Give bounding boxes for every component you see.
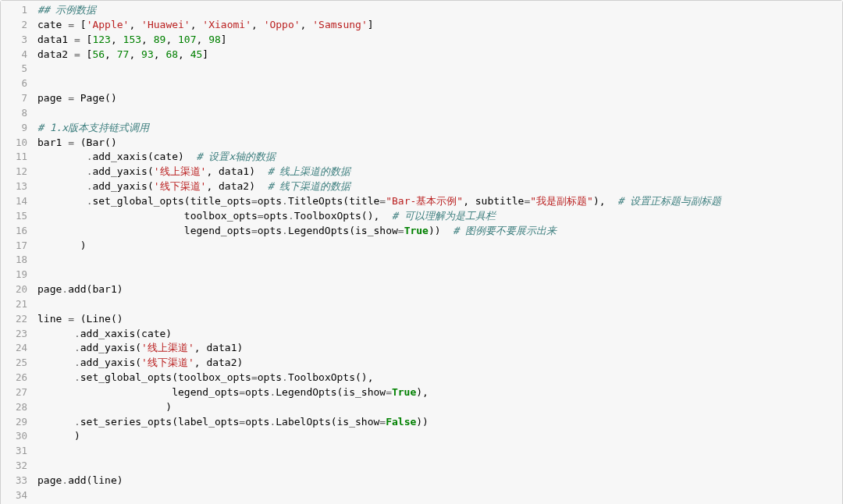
code-line: 20page.add(bar1) <box>1 282 842 297</box>
code-content: .add_yaxis('线下渠道', data2) <box>34 356 243 371</box>
line-number: 31 <box>1 444 34 458</box>
code-token: LabelOpts(is_show <box>276 416 379 428</box>
code-body: 1## 示例数据2cate = ['Apple', 'Huawei', 'Xia… <box>1 1 842 504</box>
code-token: LegendOpts(is_show <box>276 386 386 398</box>
line-number: 3 <box>1 33 34 47</box>
code-content: .add_xaxis(cate) <box>34 327 172 342</box>
code-line: 23 .add_xaxis(cate) <box>1 327 842 342</box>
code-content: ) <box>34 429 80 444</box>
code-token: ) <box>37 401 172 413</box>
code-token: = <box>251 195 258 207</box>
code-token: 98 <box>208 34 221 45</box>
code-token: # 1.x版本支持链式调用 <box>37 122 149 133</box>
line-number: 17 <box>1 239 34 253</box>
code-content <box>34 459 44 474</box>
line-number: 29 <box>1 415 34 429</box>
code-token: data2 <box>37 48 74 60</box>
code-token: . <box>74 371 80 383</box>
code-line: 10bar1 = (Bar() <box>1 136 842 151</box>
line-number: 23 <box>1 327 34 341</box>
code-line: 27 legend_opts=opts.LegendOpts(is_show=T… <box>1 385 842 400</box>
code-line: 25 .add_yaxis('线下渠道', data2) <box>1 356 842 371</box>
line-number: 27 <box>1 385 34 399</box>
code-token: add_yaxis( <box>80 342 141 353</box>
line-number: 26 <box>1 371 34 385</box>
code-content: .add_xaxis(cate) # 设置x轴的数据 <box>34 150 276 165</box>
code-token: 'Oppo' <box>264 19 301 30</box>
code-line: 28 ) <box>1 400 842 415</box>
code-token: = <box>386 386 392 398</box>
code-token: add_yaxis( <box>80 357 141 368</box>
code-line: 4data2 = [56, 77, 93, 68, 45] <box>1 48 842 62</box>
code-line: 30 ) <box>1 429 842 444</box>
code-token: , <box>190 19 203 30</box>
code-token: = <box>74 48 80 60</box>
code-token: , data2) <box>206 180 267 192</box>
code-line: 1## 示例数据 <box>1 3 842 18</box>
code-token: cate <box>37 19 68 30</box>
code-token: ) <box>37 430 80 442</box>
code-token: add(bar1) <box>68 283 123 295</box>
code-token <box>37 165 87 177</box>
code-token: # 设置x轴的数据 <box>197 151 276 162</box>
code-content: # 1.x版本支持链式调用 <box>34 121 149 136</box>
code-token: opts <box>258 371 282 383</box>
code-token: toolbox_opts <box>37 210 258 222</box>
code-line: 2cate = ['Apple', 'Huawei', 'Xiaomi', 'O… <box>1 18 842 33</box>
code-content <box>34 62 44 76</box>
code-token: . <box>74 342 80 353</box>
code-line: 6 <box>1 76 842 91</box>
code-content: .add_yaxis('线上渠道', data1) <box>34 341 243 356</box>
code-content: toolbox_opts=opts.ToolboxOpts(), # 可以理解为… <box>34 209 496 224</box>
code-token: = <box>258 210 264 222</box>
code-token: opts <box>264 210 288 222</box>
code-token: , data2) <box>194 357 244 368</box>
line-number: 30 <box>1 429 34 443</box>
code-content: page.add(line) <box>34 474 123 488</box>
code-token: , <box>178 48 190 60</box>
line-number: 12 <box>1 165 34 179</box>
code-content <box>34 76 44 91</box>
code-content: cate = ['Apple', 'Huawei', 'Xiaomi', 'Op… <box>34 18 374 33</box>
line-number: 25 <box>1 356 34 370</box>
code-line: 14 .set_global_opts(title_opts=opts.Titl… <box>1 194 842 209</box>
code-token: page <box>37 92 68 104</box>
code-token: [ <box>80 34 93 45</box>
line-number: 33 <box>1 474 34 488</box>
code-token: 89 <box>154 34 166 45</box>
code-token <box>37 328 74 339</box>
code-token: ToolboxOpts(), <box>294 210 392 222</box>
code-token: add(line) <box>68 474 123 486</box>
code-token: , <box>251 19 264 30</box>
code-line: 19 <box>1 268 842 282</box>
code-editor: 1## 示例数据2cate = ['Apple', 'Huawei', 'Xia… <box>0 0 843 504</box>
code-token: , <box>154 48 166 60</box>
code-token: ## 示例数据 <box>37 4 96 16</box>
code-token: 123 <box>92 34 110 45</box>
code-token <box>37 357 74 368</box>
code-token <box>37 416 74 428</box>
code-token: set_global_opts(toolbox_opts <box>80 371 251 383</box>
line-number: 13 <box>1 179 34 193</box>
code-token: set_series_opts(label_opts <box>80 416 240 428</box>
line-number: 14 <box>1 194 34 208</box>
code-content: .add_yaxis('线下渠道', data2) # 线下渠道的数据 <box>34 179 350 194</box>
code-content <box>34 444 44 459</box>
code-token: , <box>111 34 123 45</box>
code-line: 17 ) <box>1 239 842 254</box>
code-content: ) <box>34 400 172 415</box>
line-number: 20 <box>1 282 34 296</box>
code-content: page = Page() <box>34 91 117 106</box>
code-token: ] <box>202 48 208 60</box>
code-token: = <box>251 371 258 383</box>
code-token: (Bar() <box>74 137 117 148</box>
code-token: = <box>239 416 245 428</box>
code-token: , data1) <box>206 165 267 177</box>
code-token: , <box>129 19 141 30</box>
code-token: 'Samsung' <box>312 19 367 30</box>
code-token: = <box>251 225 258 236</box>
code-line: 26 .set_global_opts(toolbox_opts=opts.To… <box>1 371 842 385</box>
code-token <box>37 195 87 207</box>
code-token: '线上渠道' <box>141 342 194 353</box>
code-token: page <box>37 283 62 295</box>
